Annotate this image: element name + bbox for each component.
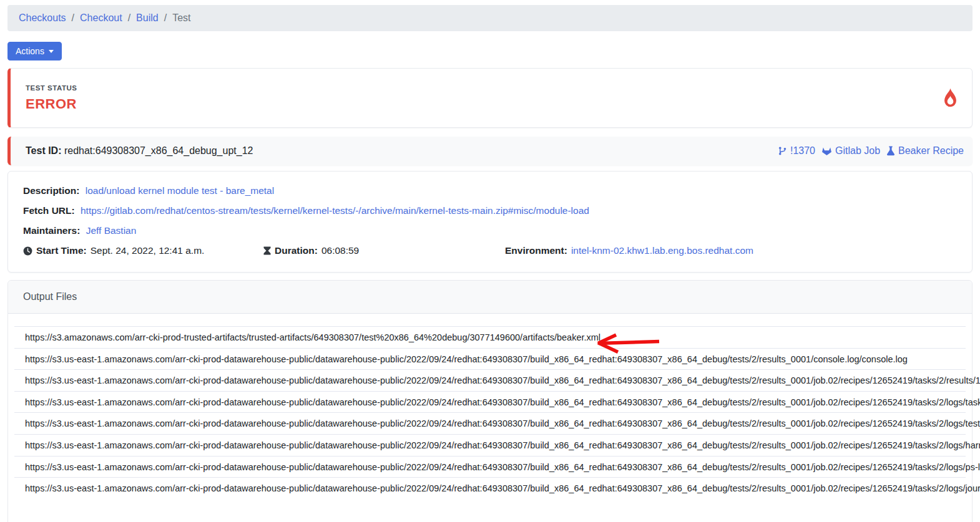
- start-time-label: Start Time:: [36, 242, 87, 259]
- output-file-row[interactable]: https://s3.us-east-1.amazonaws.com/arr-c…: [14, 391, 966, 413]
- fetch-url-link[interactable]: https://gitlab.com/redhat/centos-stream/…: [81, 205, 589, 216]
- beaker-recipe-link[interactable]: Beaker Recipe: [886, 145, 964, 157]
- description-link[interactable]: load/unload kernel module test - bare_me…: [86, 185, 274, 196]
- start-time-value: Sept. 24, 2022, 12:41 a.m.: [91, 242, 205, 259]
- test-status-card: TEST STATUS ERROR: [7, 68, 973, 128]
- actions-dropdown-button[interactable]: Actions: [7, 42, 62, 60]
- flask-icon: [886, 146, 895, 156]
- test-id: Test ID: redhat:649308307_x86_64_debug_u…: [26, 145, 253, 157]
- output-file-row[interactable]: https://s3.us-east-1.amazonaws.com/arr-c…: [14, 348, 966, 370]
- test-id-bar: Test ID: redhat:649308307_x86_64_debug_u…: [7, 137, 973, 165]
- output-files-card: Output Files https://s3.amazonaws.com/ar…: [7, 280, 973, 522]
- test-id-label: Test ID:: [26, 145, 61, 156]
- breadcrumb-separator: /: [72, 12, 74, 24]
- breadcrumb: Checkouts / Checkout / Build / Test: [7, 5, 973, 31]
- output-files-header: Output Files: [8, 281, 972, 314]
- merge-request-link-label: !1370: [790, 145, 815, 157]
- output-file-row[interactable]: https://s3.us-east-1.amazonaws.com/arr-c…: [14, 369, 966, 391]
- breadcrumb-test: Test: [172, 12, 190, 24]
- maintainers-label: Maintainers:: [23, 225, 80, 236]
- actions-button-label: Actions: [16, 46, 44, 56]
- fetch-url-row: Fetch URL: https://gitlab.com/redhat/cen…: [8, 201, 972, 221]
- output-files-list: https://s3.amazonaws.com/arr-cki-prod-tr…: [8, 314, 972, 499]
- duration-label: Duration:: [275, 242, 318, 259]
- fire-icon: [941, 88, 959, 109]
- gitlab-job-link-label: Gitlab Job: [835, 145, 880, 157]
- environment: Environment: intel-knm-02.khw1.lab.eng.b…: [505, 242, 957, 259]
- test-status-value: ERROR: [26, 96, 77, 112]
- maintainers-row: Maintainers: Jeff Bastian: [8, 221, 972, 241]
- gitlab-icon: [821, 146, 832, 156]
- start-time: Start Time: Sept. 24, 2022, 12:41 a.m.: [23, 242, 263, 259]
- output-file-row[interactable]: https://s3.us-east-1.amazonaws.com/arr-c…: [14, 434, 966, 456]
- beaker-recipe-link-label: Beaker Recipe: [898, 145, 964, 157]
- test-details-card: Description: load/unload kernel module t…: [7, 171, 973, 273]
- description-row: Description: load/unload kernel module t…: [8, 181, 972, 201]
- clock-icon: [23, 246, 32, 256]
- test-status-label: TEST STATUS: [26, 84, 77, 92]
- environment-link[interactable]: intel-knm-02.khw1.lab.eng.bos.redhat.com: [571, 242, 753, 259]
- breadcrumb-checkouts[interactable]: Checkouts: [19, 12, 66, 24]
- test-status-block: TEST STATUS ERROR: [26, 84, 77, 112]
- maintainer-link[interactable]: Jeff Bastian: [86, 225, 137, 236]
- test-id-value: redhat:649308307_x86_64_debug_upt_12: [64, 145, 253, 156]
- breadcrumb-checkout[interactable]: Checkout: [80, 12, 122, 24]
- meta-row: Start Time: Sept. 24, 2022, 12:41 a.m. D…: [8, 242, 972, 259]
- duration: Duration: 06:08:59: [263, 242, 505, 259]
- code-branch-icon: [778, 146, 787, 156]
- test-id-links: !1370 Gitlab Job Beaker Recipe: [778, 145, 964, 157]
- chevron-down-icon: [49, 50, 54, 53]
- breadcrumb-separator: /: [164, 12, 167, 24]
- output-file-row[interactable]: https://s3.us-east-1.amazonaws.com/arr-c…: [14, 477, 966, 499]
- description-label: Description:: [23, 185, 79, 196]
- environment-label: Environment:: [505, 242, 567, 259]
- merge-request-link[interactable]: !1370: [778, 145, 815, 157]
- output-file-row[interactable]: https://s3.amazonaws.com/arr-cki-prod-tr…: [14, 326, 966, 348]
- breadcrumb-build[interactable]: Build: [136, 12, 159, 24]
- fetch-url-label: Fetch URL:: [23, 205, 75, 216]
- duration-value: 06:08:59: [321, 242, 359, 259]
- gitlab-job-link[interactable]: Gitlab Job: [821, 145, 880, 157]
- hourglass-icon: [263, 246, 271, 256]
- output-file-row[interactable]: https://s3.us-east-1.amazonaws.com/arr-c…: [14, 412, 966, 434]
- output-file-row[interactable]: https://s3.us-east-1.amazonaws.com/arr-c…: [14, 456, 966, 478]
- breadcrumb-separator: /: [128, 12, 130, 24]
